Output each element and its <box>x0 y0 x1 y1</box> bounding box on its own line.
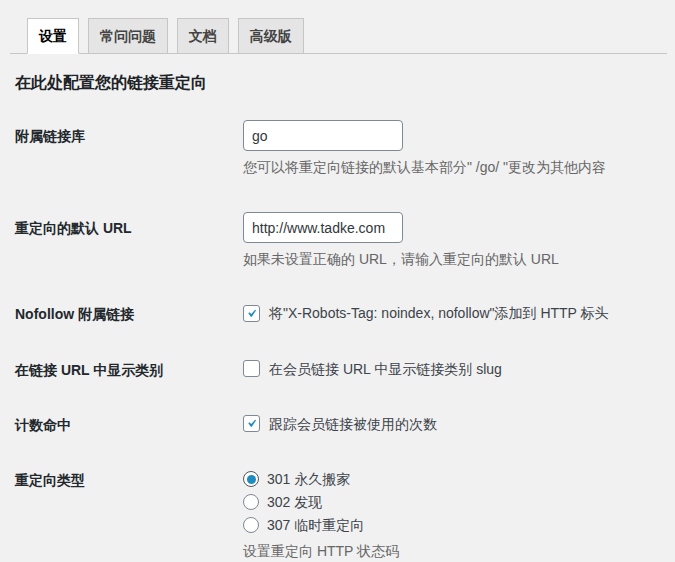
tab-premium[interactable]: 高级版 <box>238 18 304 54</box>
field-label-link-base: 附属链接库 <box>15 120 243 176</box>
settings-page: 设置 常问问题 文档 高级版 在此处配置您的链接重定向 附属链接库 您可以将重定… <box>0 0 675 560</box>
category-in-url-checkbox[interactable] <box>243 360 260 377</box>
redirect-type-help-text: 设置重定向 HTTP 状态码 <box>243 542 667 560</box>
field-label-nofollow: Nofollow 附属链接 <box>15 304 243 323</box>
radio-307-label: 307 临时重定向 <box>267 516 364 534</box>
redirect-type-option-307[interactable]: 307 临时重定向 <box>243 516 667 534</box>
radio-302[interactable] <box>243 494 259 510</box>
default-url-help-text: 如果未设置正确的 URL，请输入重定向的默认 URL <box>243 250 667 268</box>
check-icon <box>244 306 259 321</box>
radio-301-label: 301 永久搬家 <box>267 470 350 488</box>
category-in-url-checkbox-row[interactable]: 在会员链接 URL 中显示链接类别 slug <box>243 360 667 378</box>
redirect-type-option-301[interactable]: 301 永久搬家 <box>243 470 667 488</box>
tab-faq[interactable]: 常问问题 <box>88 18 168 54</box>
count-hits-checkbox-row[interactable]: 跟踪会员链接被使用的次数 <box>243 415 667 433</box>
link-base-help-text: 您可以将重定向链接的默认基本部分" /go/ "更改为其他内容 <box>243 158 667 176</box>
nofollow-checkbox-row[interactable]: 将"X-Robots-Tag: noindex, nofollow"添加到 HT… <box>243 304 667 322</box>
tab-bar: 设置 常问问题 文档 高级版 <box>10 18 667 54</box>
field-label-default-url: 重定向的默认 URL <box>15 212 243 268</box>
radio-302-label: 302 发现 <box>267 493 322 511</box>
form-row-redirect-type: 重定向类型 301 永久搬家 302 发现 307 临时重定向 设置重定向 HT… <box>15 470 667 560</box>
redirect-type-option-302[interactable]: 302 发现 <box>243 493 667 511</box>
count-hits-checkbox[interactable] <box>243 415 260 432</box>
default-url-input[interactable] <box>243 212 403 243</box>
radio-307[interactable] <box>243 517 259 533</box>
field-label-redirect-type: 重定向类型 <box>15 470 243 560</box>
form-row-category-in-url: 在链接 URL 中显示类别 在会员链接 URL 中显示链接类别 slug <box>15 360 667 379</box>
nofollow-checkbox-label: 将"X-Robots-Tag: noindex, nofollow"添加到 HT… <box>269 304 609 322</box>
check-icon <box>244 416 259 431</box>
link-base-input[interactable] <box>243 120 403 151</box>
tab-docs[interactable]: 文档 <box>177 18 229 54</box>
count-hits-checkbox-label: 跟踪会员链接被使用的次数 <box>269 415 437 433</box>
page-title: 在此处配置您的链接重定向 <box>15 73 667 94</box>
settings-form: 附属链接库 您可以将重定向链接的默认基本部分" /go/ "更改为其他内容 重定… <box>15 120 667 560</box>
form-row-link-base: 附属链接库 您可以将重定向链接的默认基本部分" /go/ "更改为其他内容 <box>15 120 667 176</box>
category-in-url-checkbox-label: 在会员链接 URL 中显示链接类别 slug <box>269 360 502 378</box>
radio-301[interactable] <box>243 471 259 487</box>
field-label-category-in-url: 在链接 URL 中显示类别 <box>15 360 243 379</box>
form-row-count-hits: 计数命中 跟踪会员链接被使用的次数 <box>15 415 667 434</box>
tab-settings[interactable]: 设置 <box>27 18 79 54</box>
nofollow-checkbox[interactable] <box>243 305 260 322</box>
form-row-nofollow: Nofollow 附属链接 将"X-Robots-Tag: noindex, n… <box>15 304 667 323</box>
form-row-default-url: 重定向的默认 URL 如果未设置正确的 URL，请输入重定向的默认 URL <box>15 212 667 268</box>
field-label-count-hits: 计数命中 <box>15 415 243 434</box>
